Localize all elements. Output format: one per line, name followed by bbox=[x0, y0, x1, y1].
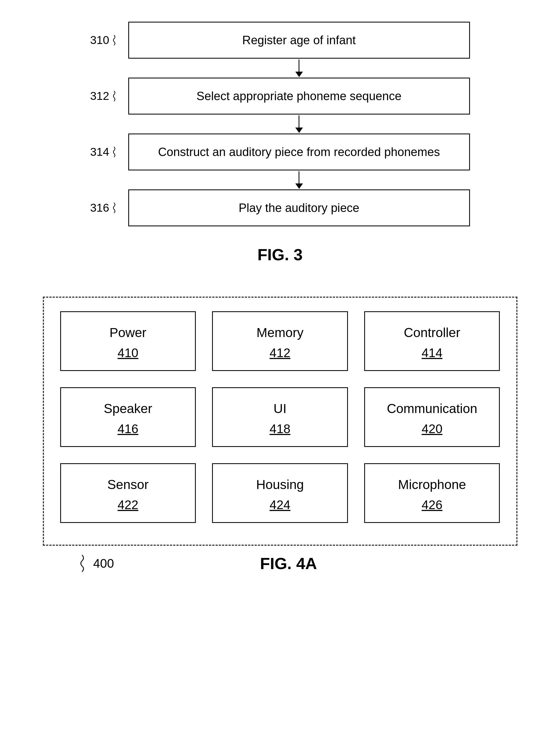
component-name-memory: Memory bbox=[256, 325, 304, 340]
component-number-communication: 420 bbox=[422, 422, 443, 436]
step-label-312: 312 bbox=[90, 89, 128, 103]
component-ui: UI 418 bbox=[212, 387, 348, 447]
fig4a-section: Power 410 Memory 412 Controller 414 Spea… bbox=[32, 297, 528, 573]
component-name-sensor: Sensor bbox=[107, 477, 149, 492]
component-name-housing: Housing bbox=[256, 477, 304, 492]
fig4a-ref: 400 bbox=[75, 554, 114, 573]
flow-row-2: 312 Select appropriate phoneme sequence bbox=[90, 78, 470, 114]
component-memory: Memory 412 bbox=[212, 311, 348, 371]
arrow-2 bbox=[90, 114, 470, 133]
step-number-312: 312 bbox=[90, 89, 109, 103]
component-housing: Housing 424 bbox=[212, 463, 348, 523]
flow-row-3: 314 Construct an auditory piece from rec… bbox=[90, 133, 470, 170]
fig3-section: 310 Register age of infant 312 bbox=[32, 22, 528, 264]
component-number-sensor: 422 bbox=[117, 497, 138, 512]
component-number-controller: 414 bbox=[422, 345, 443, 360]
component-name-microphone: Microphone bbox=[398, 477, 466, 492]
component-speaker: Speaker 416 bbox=[60, 387, 196, 447]
component-name-ui: UI bbox=[273, 401, 286, 416]
flow-box-316: Play the auditory piece bbox=[128, 189, 470, 226]
component-number-microphone: 426 bbox=[422, 497, 443, 512]
component-name-speaker: Speaker bbox=[104, 401, 152, 416]
flow-row-4: 316 Play the auditory piece bbox=[90, 189, 470, 226]
arrow-3 bbox=[90, 170, 470, 189]
arrow-1 bbox=[90, 59, 470, 78]
component-sensor: Sensor 422 bbox=[60, 463, 196, 523]
component-number-memory: 412 bbox=[270, 345, 290, 360]
step-label-310: 310 bbox=[90, 34, 128, 47]
component-number-power: 410 bbox=[117, 345, 138, 360]
fig4a-title: FIG. 4A bbox=[260, 554, 317, 573]
component-controller: Controller 414 bbox=[364, 311, 500, 371]
component-microphone: Microphone 426 bbox=[364, 463, 500, 523]
step-label-316: 316 bbox=[90, 201, 128, 214]
fig3-title: FIG. 3 bbox=[257, 245, 303, 264]
flow-box-310: Register age of infant bbox=[128, 22, 470, 59]
page-container: 310 Register age of infant 312 bbox=[0, 0, 560, 616]
component-name-controller: Controller bbox=[404, 325, 460, 340]
component-name-communication: Communication bbox=[387, 401, 477, 416]
step-number-310: 310 bbox=[90, 34, 109, 47]
flow-row-1: 310 Register age of infant bbox=[90, 22, 470, 59]
outer-dashed-box: Power 410 Memory 412 Controller 414 Spea… bbox=[43, 297, 517, 546]
component-number-speaker: 416 bbox=[117, 422, 138, 436]
flowchart: 310 Register age of infant 312 bbox=[90, 22, 470, 226]
step-number-314: 314 bbox=[90, 146, 109, 158]
component-grid: Power 410 Memory 412 Controller 414 Spea… bbox=[60, 311, 500, 523]
step-label-314: 314 bbox=[90, 146, 128, 158]
flow-box-314: Construct an auditory piece from recorde… bbox=[128, 133, 470, 170]
component-number-housing: 424 bbox=[270, 497, 290, 512]
component-communication: Communication 420 bbox=[364, 387, 500, 447]
component-power: Power 410 bbox=[60, 311, 196, 371]
fig4a-ref-number: 400 bbox=[93, 556, 114, 571]
step-number-316: 316 bbox=[90, 201, 109, 214]
flow-box-312: Select appropriate phoneme sequence bbox=[128, 78, 470, 114]
component-number-ui: 418 bbox=[270, 422, 290, 436]
component-name-power: Power bbox=[110, 325, 147, 340]
